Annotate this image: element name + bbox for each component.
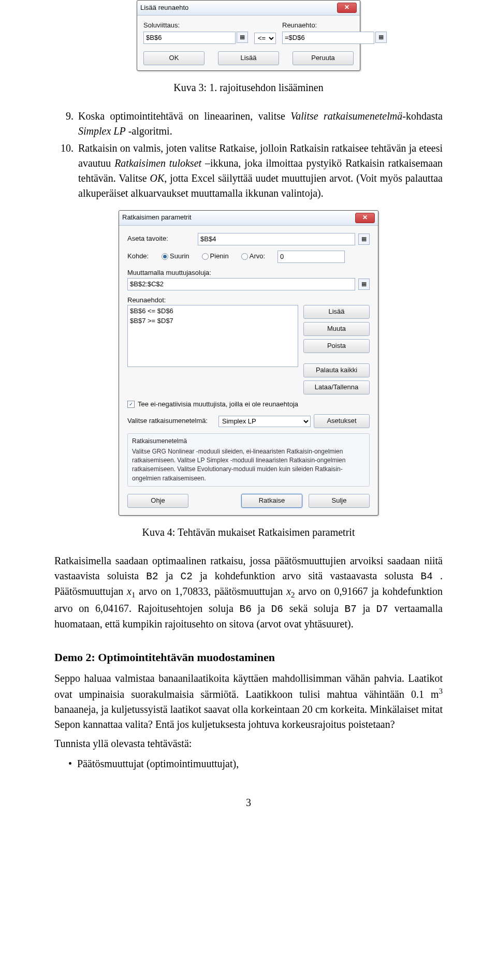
label-constraints: Reunaehdot: — [127, 296, 370, 305]
constraint-row[interactable]: $B$7 >= $D$7 — [130, 316, 296, 326]
constraint-change-button[interactable]: Muuta — [303, 322, 370, 336]
range-picker-icon[interactable]: ▦ — [237, 32, 248, 43]
help-button[interactable]: Ohje — [127, 494, 188, 508]
range-picker-icon[interactable]: ▦ — [358, 233, 370, 245]
options-button[interactable]: Asetukset — [314, 414, 370, 428]
result-paragraph: Ratkaisimella saadaan optimaalinen ratka… — [54, 553, 443, 632]
close-icon[interactable]: ✕ — [337, 3, 357, 13]
demo2-heading: Demo 2: Optimointitehtävän muodostaminen — [54, 649, 443, 666]
radio-min[interactable]: Pienin — [202, 252, 229, 261]
dialog2-title: Ratkaisimen parametrit — [122, 213, 192, 223]
step-10: Ratkaisin on valmis, joten valitse Ratka… — [76, 141, 443, 201]
dialog1-title: Lisää reunaehto — [140, 3, 188, 13]
label-method: Valitse ratkaisumenetelmä: — [127, 416, 215, 426]
input-cellref[interactable] — [143, 32, 236, 44]
load-save-button[interactable]: Lataa/Tallenna — [303, 381, 370, 394]
constraint-row[interactable]: $B$6 <= $D$6 — [130, 306, 296, 316]
input-value-of[interactable] — [277, 251, 345, 263]
label-kohde: Kohde: — [127, 252, 158, 261]
input-set-target[interactable] — [198, 233, 355, 245]
input-changing-cells[interactable] — [127, 278, 355, 290]
label-cellref: Soluviittaus: — [143, 21, 248, 31]
label-constraint: Reunaehto: — [282, 21, 387, 31]
bullet-item: Päätösmuuttujat (optimointimuuttujat), — [77, 756, 443, 771]
label-set-target: Aseta tavoite: — [127, 234, 195, 244]
dialog-add-constraint: Lisää reunaehto ✕ Soluviittaus: ▦ <= — [137, 0, 360, 71]
add-button[interactable]: Lisää — [218, 51, 279, 65]
method-description-title: Ratkaisumenetelmä — [132, 437, 365, 446]
select-operator[interactable]: <= — [254, 33, 276, 44]
close-button[interactable]: Sulje — [309, 494, 370, 508]
radio-value[interactable]: Arvo: — [241, 252, 265, 261]
dialog-solver-parameters: Ratkaisimen parametrit ✕ Aseta tavoite: … — [119, 210, 378, 516]
demo2-paragraph2: Tunnista yllä olevasta tehtävästä: — [54, 736, 443, 751]
label-nonneg: Tee ei-negatiivisia muuttujista, joilla … — [138, 400, 298, 409]
radio-max[interactable]: Suurin — [162, 252, 189, 261]
close-icon[interactable]: ✕ — [355, 213, 375, 223]
dialog1-titlebar[interactable]: Lisää reunaehto ✕ — [137, 1, 360, 16]
solve-button[interactable]: Ratkaise — [241, 494, 302, 508]
range-picker-icon[interactable]: ▦ — [358, 279, 370, 290]
constraint-delete-button[interactable]: Poista — [303, 339, 370, 353]
figure4-caption: Kuva 4: Tehtävän mukaiset Ratkaisimen pa… — [54, 525, 443, 540]
demo2-bullet-list: Päätösmuuttujat (optimointimuuttujat), — [54, 756, 443, 771]
range-picker-icon[interactable]: ▦ — [375, 32, 387, 43]
step-9: Koska optimointitehtävä on lineaarinen, … — [76, 109, 443, 139]
cancel-button[interactable]: Peruuta — [293, 51, 354, 65]
constraint-add-button[interactable]: Lisää — [303, 305, 370, 319]
checkbox-nonneg[interactable]: ✓ — [127, 401, 135, 408]
demo2-paragraph1: Seppo haluaa valmistaa banaanilaatikoita… — [54, 671, 443, 732]
method-description-body: Valitse GRG Nonlinear -moduuli sileiden,… — [132, 447, 365, 484]
page-number: 3 — [54, 795, 443, 810]
constraints-listbox[interactable]: $B$6 <= $D$6 $B$7 >= $D$7 — [127, 305, 298, 367]
label-changing-cells: Muuttamalla muuttujasoluja: — [127, 268, 370, 278]
ok-button[interactable]: OK — [143, 51, 204, 65]
select-method[interactable]: Simplex LP — [218, 416, 311, 427]
dialog2-titlebar[interactable]: Ratkaisimen parametrit ✕ — [119, 211, 378, 226]
figure3-caption: Kuva 3: 1. rajoitusehdon lisääminen — [54, 80, 443, 95]
input-constraint[interactable] — [282, 32, 374, 44]
method-description-box: Ratkaisumenetelmä Valitse GRG Nonlinear … — [127, 433, 370, 487]
reset-all-button[interactable]: Palauta kaikki — [303, 363, 370, 377]
